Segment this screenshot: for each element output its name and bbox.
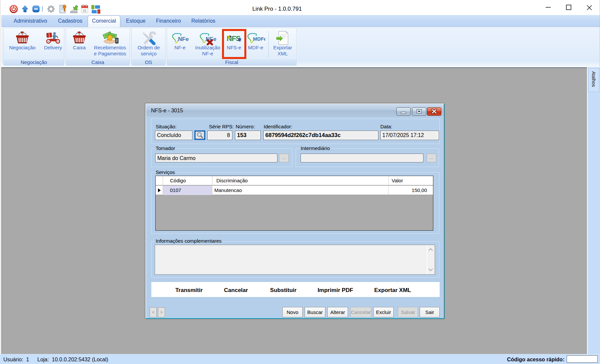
- svg-text:31: 31: [83, 9, 87, 13]
- svg-text:NFe: NFe: [178, 36, 189, 42]
- svg-text:MDFe: MDFe: [253, 36, 265, 42]
